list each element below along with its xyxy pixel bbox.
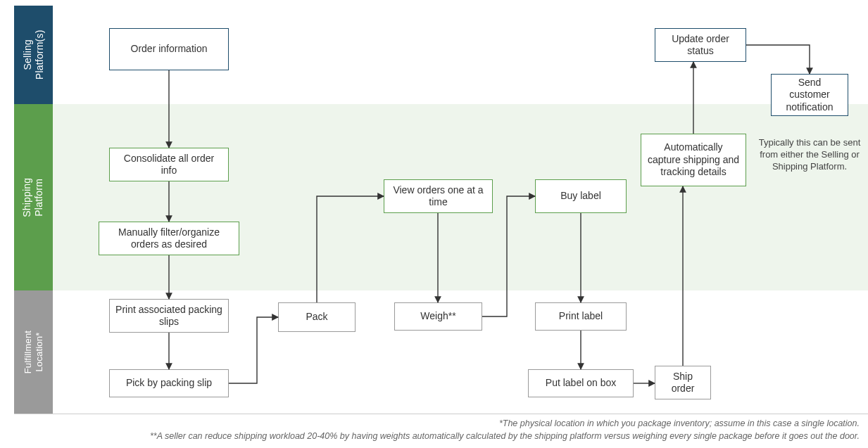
node-label: Update order status (661, 33, 740, 58)
node-label: Consolidate all order info (115, 153, 222, 177)
node-order-information: Order information (109, 28, 229, 70)
node-buy-label: Buy label (535, 179, 627, 213)
node-print-label: Print label (535, 302, 627, 331)
node-consolidate: Consolidate all order info (109, 148, 229, 181)
sidenote-notification: Typically this can be sent from either t… (757, 137, 862, 173)
node-label: Automatically capture shipping and track… (647, 141, 740, 179)
node-label: Pick by packing slip (126, 377, 212, 390)
lane-label: SellingPlatform(s) (22, 30, 46, 80)
node-label: Weigh** (420, 310, 455, 323)
node-pack: Pack (278, 302, 356, 332)
lane-tab-shipping: ShippingPlatform (14, 104, 53, 290)
lane-label: ShippingPlatform (22, 177, 46, 217)
node-view-orders: View orders one at a time (384, 179, 493, 213)
node-print-packing-slips: Print associated packing slips (109, 299, 229, 333)
footnote-1: *The physical location in which you pack… (63, 418, 860, 428)
node-label: Print associated packing slips (115, 304, 222, 328)
node-label: Print label (559, 310, 603, 323)
node-label: Manually filter/organize orders as desir… (105, 226, 233, 251)
node-label: Pack (306, 311, 327, 324)
node-capture-details: Automatically capture shipping and track… (641, 134, 746, 186)
node-label: View orders one at a time (390, 184, 486, 209)
divider-bottom (14, 414, 868, 414)
lane-tab-selling: SellingPlatform(s) (14, 6, 53, 104)
diagram-canvas: SellingPlatform(s) ShippingPlatform Fulf… (0, 0, 868, 448)
node-send-customer-notification: Send customer notification (771, 74, 848, 116)
node-ship-order: Ship order (655, 366, 711, 399)
footnote-2: **A seller can reduce shipping workload … (63, 431, 860, 441)
node-label: Buy label (560, 190, 601, 203)
node-put-label-on-box: Put label on box (528, 369, 634, 397)
node-filter-orders: Manually filter/organize orders as desir… (99, 222, 239, 255)
node-weigh: Weigh** (394, 302, 482, 331)
node-label: Send customer notification (777, 77, 842, 114)
node-update-status: Update order status (655, 28, 746, 62)
lane-tab-fulfillment: FulfillmentLocation* (14, 290, 53, 414)
lane-label: FulfillmentLocation* (23, 331, 44, 373)
node-label: Put label on box (546, 377, 616, 390)
node-pick-by-slip: Pick by packing slip (109, 369, 229, 397)
node-label: Order information (131, 43, 208, 56)
node-label: Ship order (661, 371, 705, 395)
